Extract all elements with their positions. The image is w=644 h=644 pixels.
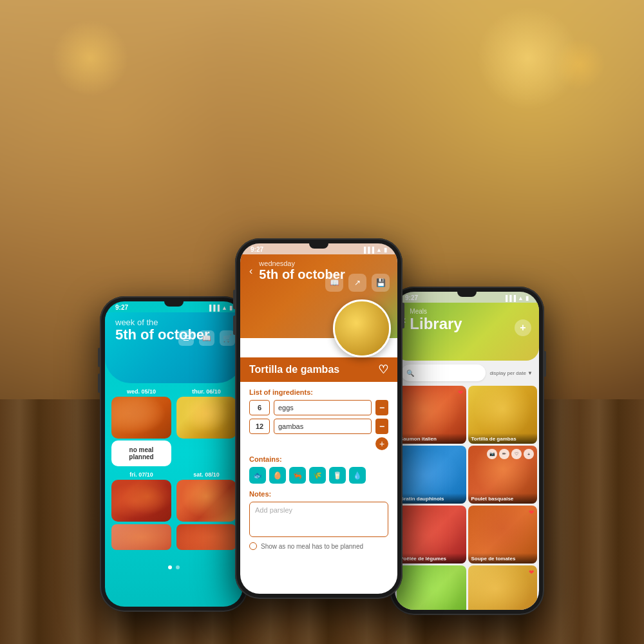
phone-meals-library: 9:27 ▐▐▐ ▲ ▮ ‹ Meals Library <box>390 287 544 615</box>
meal-item-6[interactable]: ❤ Soupe de tomates <box>468 506 538 564</box>
phone2-header: ‹ wednesday 5th of october 📖 ↗ 💾 <box>240 254 397 338</box>
contains-title: Contains: <box>249 455 388 463</box>
meal-4-edit-icons: 📷 ✏ ♡ + <box>487 449 534 459</box>
phone3-status-icons: ▐▐▐ ▲ ▮ <box>504 295 529 301</box>
wed-meal-img[interactable] <box>111 397 171 439</box>
favorite-button[interactable]: ♡ <box>378 363 388 377</box>
header-action-icons: 📖 ↗ 💾 <box>325 274 390 292</box>
phone-recipe-detail: 9:27 ▐▐▐ ▲ ▮ ‹ wednesday 5th of october <box>235 238 402 599</box>
meal-6-label: Soupe de tomates <box>468 553 538 564</box>
add-meal-button[interactable]: + <box>515 319 531 336</box>
volume-down-button[interactable] <box>98 374 100 393</box>
ing-remove-2[interactable]: − <box>375 419 388 434</box>
add-small-icon[interactable]: + <box>524 449 534 459</box>
recipe-content: List of ingredients: 6 eggs − 12 gambas … <box>240 382 397 556</box>
notes-textarea[interactable]: Add parsley <box>249 502 388 537</box>
phone3-notch <box>457 292 477 297</box>
meal-item-7[interactable]: Salade colorée <box>397 565 466 610</box>
page-dots <box>105 560 243 574</box>
recipe-image <box>333 299 391 357</box>
share-icon-p2[interactable]: ↗ <box>348 274 366 292</box>
book-icon[interactable]: 📖 <box>199 330 214 346</box>
ing-name-2[interactable]: gambas <box>274 419 372 434</box>
week-label: week of the <box>115 317 232 327</box>
recipe-title-bar: Tortilla de gambas ♡ <box>240 357 397 382</box>
power-button-p3[interactable] <box>544 351 546 377</box>
meal-col-sat: sat. 08/10 <box>176 471 236 550</box>
phone2-notch <box>309 243 328 249</box>
contains-shrimp: 🦐 <box>289 467 306 484</box>
meal-1-heart[interactable]: ❤ <box>458 389 463 396</box>
phone1-status-icons: ▐▐▐ ▲ ▮ <box>207 305 232 311</box>
edit-icon[interactable]: ✏ <box>499 449 509 459</box>
meal-2-label: Tortilla de gambas <box>468 433 538 444</box>
meal-1-label: Saumon italien <box>397 433 466 444</box>
power-button-p2[interactable] <box>402 303 404 328</box>
radio-button[interactable] <box>249 542 257 550</box>
save-icon-p2[interactable]: 💾 <box>372 274 390 292</box>
camera-icon[interactable]: 📷 <box>487 449 497 459</box>
meals-grid: ❤ Saumon italien Tortilla de gambas Grat… <box>395 384 539 610</box>
search-icon: 🔍 <box>406 370 414 377</box>
notes-placeholder: Add parsley <box>255 506 292 514</box>
battery-icon-p3: ▮ <box>526 295 529 301</box>
fri-meal-img[interactable] <box>111 480 171 522</box>
volume-down-button-p2[interactable] <box>233 316 235 335</box>
phone3-inner: 9:27 ▐▐▐ ▲ ▮ ‹ Meals Library <box>395 292 539 610</box>
meal-col-wed: wed. 05/10 no mealplanned <box>111 388 171 466</box>
dot-2[interactable] <box>176 565 180 569</box>
phone3-header: ‹ Meals Library + <box>395 303 539 361</box>
lib-title-large: Library <box>410 315 462 333</box>
sat-label: sat. 08/10 <box>176 471 236 478</box>
battery-icon-p2: ▮ <box>384 247 387 253</box>
no-meal-label: no mealplanned <box>111 440 171 466</box>
ing-qty-1[interactable]: 6 <box>249 400 270 415</box>
book-icon-p2[interactable]: 📖 <box>325 274 343 292</box>
wed-label: wed. 05/10 <box>111 388 171 395</box>
meal-item-1[interactable]: ❤ Saumon italien <box>397 386 466 444</box>
contains-milk: 🥛 <box>329 467 346 484</box>
meal-item-5[interactable]: Poêlée de légumes <box>397 506 466 564</box>
phone1-header: week of the 5th of october ☰ 📖 🛒 <box>105 312 243 383</box>
dot-1[interactable] <box>168 565 172 569</box>
meal-6-heart[interactable]: ❤ <box>529 509 534 516</box>
signal-icon: ▐▐▐ <box>207 305 220 311</box>
meal-item-2[interactable]: Tortilla de gambas <box>468 386 538 444</box>
volume-up-button[interactable] <box>98 348 100 367</box>
meal-item-3[interactable]: Gratin dauphinois <box>397 446 466 504</box>
thu-meal-img[interactable] <box>176 397 236 439</box>
meal-5-label: Poêlée de légumes <box>397 553 466 564</box>
battery-icon: ▮ <box>229 305 232 311</box>
back-button[interactable]: ‹ <box>249 265 252 277</box>
signal-icon-p2: ▐▐▐ <box>362 247 374 253</box>
search-box[interactable]: 🔍 <box>401 365 486 381</box>
phone2-screen: 9:27 ▐▐▐ ▲ ▮ ‹ wednesday 5th of october <box>240 243 397 594</box>
heart-icon[interactable]: ♡ <box>511 449 522 459</box>
meal-3-label: Gratin dauphinois <box>397 493 466 504</box>
phone1-notch <box>164 301 184 307</box>
meal-col-thu: thur. 06/10 <box>176 388 236 466</box>
meal-col-fri: fri. 07/10 <box>111 471 171 550</box>
meal-item-8[interactable]: ❤ Wraps apéritif <box>468 565 538 610</box>
lib-header-right: + <box>515 319 531 336</box>
phone1-time: 9:27 <box>115 304 128 311</box>
wifi-icon-p2: ▲ <box>376 247 382 253</box>
volume-up-button-p2[interactable] <box>233 290 235 309</box>
ingredients-title: List of ingredients: <box>249 388 388 396</box>
display-sort-label[interactable]: display per date ▼ <box>489 370 533 376</box>
notes-title: Notes: <box>249 490 388 498</box>
ing-remove-1[interactable]: − <box>375 400 388 415</box>
meal-row-1: wed. 05/10 no mealplanned thur. 06/10 <box>111 388 236 466</box>
ing-qty-2[interactable]: 12 <box>249 419 270 434</box>
no-meal-checkbox[interactable]: Show as no meal has to be planned <box>249 542 388 550</box>
meal-4-label: Poulet basquaise <box>468 493 538 504</box>
sat-meal-img[interactable] <box>176 480 236 522</box>
meal-item-4[interactable]: 📷 ✏ ♡ + Poulet basquaise <box>468 446 538 504</box>
ingredient-row-1: 6 eggs − <box>249 400 388 415</box>
lib-title-small: Meals <box>410 308 462 315</box>
meal-8-heart[interactable]: ❤ <box>529 569 534 576</box>
add-ingredient-button[interactable]: + <box>375 437 388 450</box>
ing-name-1[interactable]: eggs <box>274 400 372 415</box>
ingredient-row-2: 12 gambas − <box>249 419 388 434</box>
list-icon[interactable]: ☰ <box>178 330 194 346</box>
